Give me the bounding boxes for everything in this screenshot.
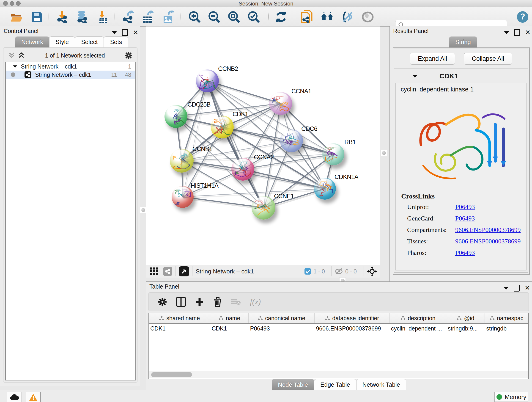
network-collection-row[interactable]: String Network – cdk1 1 — [6, 62, 135, 70]
column-header-name[interactable]: name — [210, 313, 249, 323]
tab-sets[interactable]: Sets — [104, 36, 128, 47]
gene-header[interactable]: CDK1 — [394, 70, 528, 82]
help-icon[interactable]: ? — [516, 10, 529, 24]
export-image-icon[interactable] — [161, 10, 175, 24]
zoom-selected-icon[interactable] — [247, 10, 260, 24]
node-label-CDK1: CDK1 — [233, 111, 248, 118]
cell-namespac[interactable]: stringdb — [485, 325, 528, 332]
left-splitter-grip[interactable] — [140, 207, 146, 213]
tab-network[interactable]: Network — [15, 36, 49, 47]
cell-database-identifier[interactable]: 9606.ENSP00000378699 — [315, 325, 390, 332]
cell-canonical-name[interactable]: P06493 — [249, 325, 315, 332]
right-splitter-grip[interactable] — [380, 150, 387, 156]
network-node-CDC6[interactable] — [280, 129, 303, 152]
refresh-icon[interactable] — [274, 10, 288, 24]
string-home-icon[interactable] — [321, 10, 334, 24]
network-node-CDC25B[interactable] — [165, 105, 187, 128]
birds-eye-view-icon[interactable] — [179, 266, 189, 276]
network-node-CCNE1[interactable] — [252, 196, 275, 220]
fit-content-crosshair-icon[interactable] — [367, 266, 377, 276]
network-node-CCNA2[interactable] — [231, 158, 254, 181]
crosslink-link[interactable]: P06493 — [455, 249, 475, 256]
table-options-gear-icon[interactable] — [158, 297, 167, 306]
network-row[interactable]: String Network – cdk1 11 48 — [6, 70, 135, 79]
expand-all-button[interactable]: Expand All — [410, 53, 455, 65]
show-columns-icon[interactable] — [176, 297, 186, 307]
selected-checkbox-icon[interactable] — [304, 268, 311, 275]
tab-select[interactable]: Select — [75, 36, 104, 47]
panel-close-icon[interactable]: ✕ — [525, 30, 530, 35]
grid-view-icon[interactable] — [150, 268, 158, 275]
warning-button[interactable] — [26, 392, 41, 402]
crosslink-link[interactable]: P06493 — [455, 203, 475, 211]
tab-style[interactable]: Style — [49, 36, 75, 47]
crosslink-link[interactable]: 9606.ENSP00000378699 — [455, 238, 520, 245]
collection-expander-icon[interactable] — [13, 65, 17, 68]
column-header-namespac[interactable]: namespac — [485, 313, 528, 323]
network-node-HIST1H1A[interactable] — [172, 186, 194, 208]
cell-description[interactable]: cyclin–dependent ... — [390, 325, 447, 332]
export-network-icon[interactable] — [121, 10, 134, 24]
crosslink-link[interactable]: 9606.ENSP00000378699 — [455, 226, 520, 234]
crosslink-row: GeneCard:P06493 — [407, 215, 522, 222]
scrollbar-thumb[interactable] — [151, 372, 192, 377]
network-canvas[interactable]: CCNB2CCNA1CDC25BCDK1CDC6RB1CCNB1CCNA2CDK… — [146, 26, 380, 265]
network-node-RB1[interactable] — [322, 143, 344, 165]
zoom-fit-icon[interactable] — [227, 10, 241, 24]
network-badge-icon[interactable] — [163, 267, 172, 276]
column-header-@id[interactable]: @id — [446, 313, 485, 323]
network-node-CDKN1A[interactable] — [314, 178, 336, 200]
panel-collapse-icon[interactable] — [112, 31, 117, 34]
zoom-out-icon[interactable] — [208, 10, 221, 24]
tab-string[interactable]: String — [449, 36, 477, 47]
edge-count: 48 — [125, 71, 131, 78]
export-table-icon[interactable] — [141, 10, 154, 24]
tab-edge-table[interactable]: Edge Table — [314, 379, 356, 390]
column-header-description[interactable]: description — [390, 313, 447, 323]
panel-collapse-icon[interactable] — [504, 287, 509, 290]
cell-shared-name[interactable]: CDK1 — [149, 325, 210, 332]
import-network-database-icon[interactable] — [75, 10, 89, 24]
collapse-all-icon[interactable] — [8, 52, 16, 59]
import-table-icon[interactable] — [96, 10, 109, 24]
network-node-CCNB2[interactable] — [196, 70, 219, 92]
collapse-all-button[interactable]: Collapse All — [464, 53, 512, 65]
horizontal-scrollbar[interactable] — [149, 371, 528, 378]
show-glass-eye-icon[interactable] — [361, 10, 374, 24]
save-session-icon[interactable] — [30, 10, 44, 24]
panel-close-icon[interactable]: ✕ — [133, 30, 138, 35]
open-session-icon[interactable] — [10, 10, 23, 24]
options-gear-icon[interactable] — [124, 51, 133, 60]
add-column-icon[interactable] — [195, 297, 204, 306]
gene-expander-icon[interactable] — [412, 75, 418, 78]
network-node-CCNA1[interactable] — [269, 92, 292, 115]
crosslink-row: Uniprot:P06493 — [407, 203, 522, 211]
panel-collapse-icon[interactable] — [504, 31, 509, 34]
toolbar-separator — [364, 266, 364, 276]
crosslink-link[interactable]: P06493 — [455, 215, 475, 222]
column-header-shared-name[interactable]: shared name — [149, 313, 210, 323]
column-type-icon — [325, 316, 330, 320]
cell-@id[interactable]: stringdb:9... — [446, 325, 485, 332]
panel-close-icon[interactable]: ✕ — [525, 285, 530, 291]
delete-column-icon[interactable] — [213, 297, 222, 307]
panel-float-icon[interactable] — [122, 29, 128, 36]
panel-float-icon[interactable] — [514, 285, 520, 292]
node-table[interactable]: shared namenamecanonical namedatabase id… — [148, 313, 529, 379]
cloud-button[interactable] — [7, 392, 22, 402]
table-row[interactable]: CDK1CDK1P064939606.ENSP00000378699cyclin… — [149, 324, 528, 333]
network-node-CDK1[interactable] — [211, 115, 234, 138]
hide-glass-effects-icon[interactable] — [341, 10, 354, 24]
tab-node-table[interactable]: Node Table — [272, 379, 314, 390]
column-header-database-identifier[interactable]: database identifier — [315, 313, 390, 323]
memory-button[interactable]: Memory — [494, 392, 528, 402]
network-node-CCNB1[interactable] — [170, 149, 194, 172]
panel-float-icon[interactable] — [514, 29, 520, 36]
zoom-in-icon[interactable] — [188, 10, 201, 24]
expand-all-icon[interactable] — [18, 52, 25, 59]
tab-network-table[interactable]: Network Table — [356, 379, 406, 390]
document-network-icon[interactable] — [300, 10, 313, 24]
import-network-file-icon[interactable] — [56, 10, 69, 24]
column-header-canonical-name[interactable]: canonical name — [249, 313, 315, 323]
cell-name[interactable]: CDK1 — [210, 325, 249, 332]
